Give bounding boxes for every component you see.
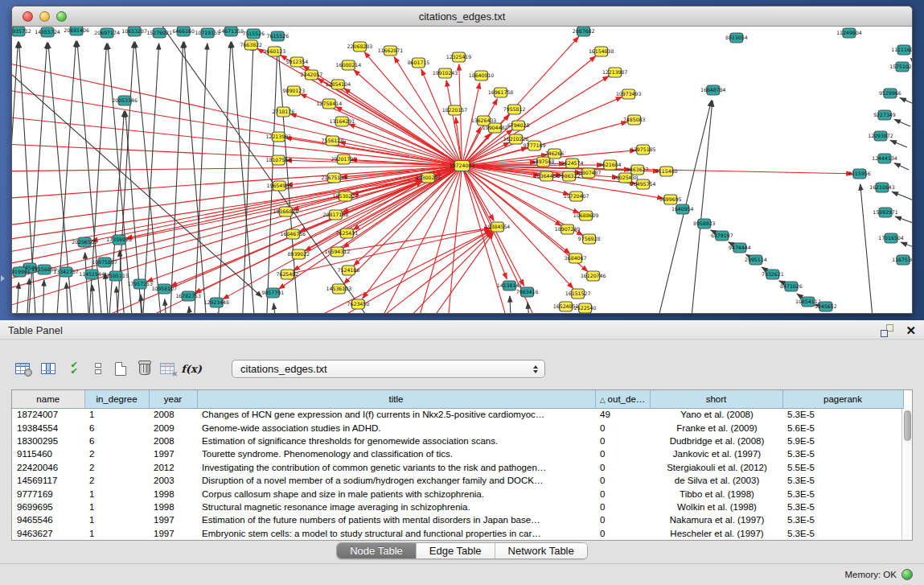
new-column-button[interactable] [109, 357, 132, 380]
table-cell[interactable]: 5.3E-5 [782, 474, 903, 487]
table-row[interactable]: 1456911722003Disruption of a novel membe… [12, 474, 903, 487]
graph-node[interactable]: 8813054 [725, 33, 748, 43]
graph-node[interactable]: 16046756 [281, 229, 306, 239]
graph-node[interactable]: 12854104 [326, 80, 351, 89]
graph-node[interactable]: 11662871 [378, 46, 404, 56]
splitter-collapse-handle[interactable] [1, 275, 5, 282]
table-cell[interactable]: Disruption of a novel member of a sodium… [197, 474, 595, 487]
graph-node[interactable]: 12093872 [868, 131, 893, 141]
graph-node[interactable]: 16648784 [700, 85, 726, 95]
table-cell[interactable]: 18724007 [12, 408, 84, 421]
table-cell[interactable]: 9777169 [12, 487, 84, 500]
graph-node[interactable]: 2342057 [301, 70, 323, 80]
table-cell[interactable]: Stergiakouli et al. (2012) [650, 461, 782, 474]
graph-node[interactable]: 11249804 [836, 28, 862, 38]
graph-node[interactable]: 8601715 [408, 58, 430, 68]
table-cell[interactable]: 6 [84, 421, 149, 434]
graph-node[interactable]: 20691406 [64, 27, 89, 35]
column-header-pagerank[interactable]: pagerank [782, 390, 903, 408]
table-cell[interactable]: 1998 [149, 501, 197, 513]
function-builder-button[interactable]: f(x) [180, 357, 203, 380]
graph-node[interactable]: 9857791 [262, 288, 285, 298]
graph-node[interactable]: 1167530 [892, 255, 912, 265]
table-mode-button[interactable] [11, 357, 34, 380]
graph-node[interactable]: 18907249 [555, 225, 581, 234]
graph-node[interactable]: 6466160 [172, 27, 195, 36]
graph-node[interactable]: 12213983 [266, 132, 292, 142]
table-cell[interactable]: 0 [595, 513, 650, 526]
graph-node[interactable]: 9227349 [873, 110, 896, 120]
graph-node[interactable]: 8471026 [780, 282, 803, 291]
table-cell[interactable]: 19384554 [12, 421, 84, 434]
column-header-out_de[interactable]: △out_de… [595, 390, 650, 408]
table-cell[interactable]: 49 [595, 408, 650, 421]
close-panel-icon[interactable]: ✕ [906, 323, 916, 339]
network-canvas[interactable]: 2093571214055724206914062069717410653287… [12, 27, 912, 313]
graph-node[interactable]: 10958107 [151, 284, 177, 294]
table-cell[interactable]: Yano et al. (2008) [650, 408, 782, 421]
graph-node[interactable]: 7485083 [623, 115, 646, 125]
graph-node[interactable]: 19384554 [485, 222, 511, 232]
graph-node[interactable]: 7524106 [338, 266, 360, 275]
table-cell[interactable]: 1998 [149, 487, 197, 500]
graph-node[interactable]: 12444134 [872, 154, 897, 163]
table-cell[interactable]: 2 [84, 474, 149, 487]
table-cell[interactable]: Structural magnetic resonance image aver… [197, 501, 595, 513]
graph-node[interactable]: 14055724 [35, 27, 60, 37]
select-all-button[interactable]: ✔✔ [63, 357, 85, 380]
table-row[interactable]: 946362711997Embryonic stem cells: a mode… [12, 527, 903, 540]
table-cell[interactable]: Investigating the contribution of common… [197, 461, 595, 474]
graph-node[interactable]: 20697174 [94, 28, 120, 38]
graph-node[interactable]: 7986322 [558, 171, 581, 181]
graph-node[interactable]: 13975185 [630, 145, 656, 154]
show-columns-button[interactable] [37, 357, 60, 380]
graph-node[interactable]: 22068283 [347, 42, 373, 51]
graph-node[interactable]: 15276021 [146, 28, 172, 38]
table-cell[interactable]: 5.3E-5 [782, 501, 903, 513]
graph-node[interactable]: 16961758 [488, 88, 514, 97]
graph-node[interactable]: 2995114 [745, 255, 767, 265]
graph-node[interactable]: 12213987 [602, 68, 628, 77]
graph-node[interactable]: 8939022 [288, 249, 310, 259]
graph-node[interactable]: 9529966 [879, 89, 901, 98]
table-cell[interactable]: Wolkin et al. (1998) [650, 501, 782, 513]
graph-node[interactable]: 9699695 [659, 195, 682, 204]
graph-node[interactable]: 3919901 [12, 267, 31, 277]
scrollbar-thumb[interactable] [904, 410, 911, 441]
zoom-window-button[interactable] [56, 11, 67, 22]
table-cell[interactable]: Changes of HCN gene expression and I(f) … [197, 408, 595, 421]
graph-node[interactable]: 15892971 [873, 208, 898, 217]
table-cell[interactable]: 5.5E-5 [782, 461, 903, 474]
table-row[interactable]: 1938455462009Genome-wide association stu… [12, 421, 903, 434]
graph-node[interactable]: 9660123 [264, 47, 286, 56]
close-window-button[interactable] [23, 11, 33, 22]
table-cell[interactable]: 2 [84, 461, 149, 474]
table-row[interactable]: 1872400712008Changes of HCN gene express… [12, 408, 903, 421]
tab-edge-table[interactable]: Edge Table [416, 543, 495, 558]
graph-node[interactable]: 2718176 [273, 107, 295, 117]
graph-node[interactable]: 14671358 [218, 27, 244, 36]
graph-node[interactable]: 15751024 [889, 62, 912, 72]
table-cell[interactable]: 5.3E-5 [782, 513, 903, 526]
table-cell[interactable]: 0 [595, 474, 650, 487]
graph-node[interactable]: 7515526 [242, 29, 265, 39]
table-cell[interactable]: 9115460 [12, 447, 84, 460]
graph-node[interactable]: 9474444 [729, 243, 751, 253]
table-cell[interactable]: Genome-wide association studies in ADHD. [197, 421, 595, 434]
table-cell[interactable]: Jankovic et al. (1997) [650, 447, 782, 460]
graph-node[interactable]: 16151527 [565, 289, 591, 299]
graph-node[interactable]: 10719155 [195, 28, 220, 38]
table-cell[interactable]: 9699695 [12, 501, 84, 513]
table-cell[interactable]: Franke et al. (2009) [650, 421, 782, 434]
table-cell[interactable]: Embryonic stem cells: a model to study s… [197, 527, 595, 540]
graph-node[interactable]: 12758414 [317, 99, 343, 109]
graph-node[interactable]: 7955812 [503, 105, 526, 114]
table-row[interactable]: 911546021997Tourette syndrome. Phenomeno… [12, 447, 903, 460]
graph-node[interactable]: 10688609 [573, 211, 599, 220]
graph-node[interactable]: 9115460 [655, 167, 678, 176]
table-cell[interactable]: 1997 [149, 513, 197, 526]
table-cell[interactable]: 5.9E-5 [782, 435, 903, 447]
table-cell[interactable]: 1 [84, 487, 149, 500]
table-cell[interactable]: 1997 [149, 447, 197, 460]
graph-node[interactable]: 7623450 [347, 299, 370, 309]
